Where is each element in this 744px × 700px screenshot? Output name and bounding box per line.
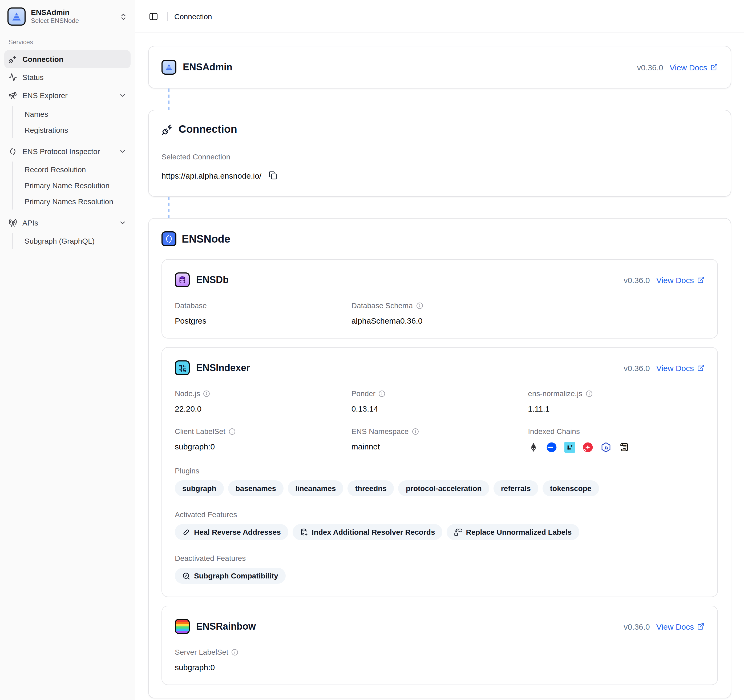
- ensadmin-version: v0.36.0: [637, 63, 663, 72]
- external-link-icon: [697, 276, 705, 284]
- sidebar-nav: Connection Status ENS Explorer Names Reg…: [4, 50, 131, 253]
- ponder-value: 0.13.14: [351, 404, 528, 413]
- sidebar-toggle-button[interactable]: [146, 9, 161, 24]
- client-labelset-value: subgraph:0: [175, 442, 351, 451]
- database-value: Postgres: [175, 316, 351, 325]
- ensrainbow-card-title: ENSRainbow: [196, 621, 256, 632]
- bandage-icon: [182, 528, 190, 536]
- selected-connection-label: Selected Connection: [161, 152, 718, 161]
- sidebar-item-connection[interactable]: Connection: [4, 50, 131, 68]
- ensrainbow-card: ENSRainbow v0.36.0 View Docs: [161, 606, 718, 685]
- info-icon[interactable]: [416, 302, 423, 309]
- sidebar-item-apis[interactable]: APIs: [4, 214, 131, 232]
- sidebar-item-registrations[interactable]: Registrations: [20, 122, 131, 138]
- ensindexer-view-docs-link[interactable]: View Docs: [656, 363, 705, 372]
- replace-icon: [454, 528, 462, 536]
- info-icon[interactable]: [203, 390, 210, 397]
- ens-explorer-subnav: Names Registrations: [12, 106, 131, 138]
- ponder-label: Ponder: [351, 389, 375, 398]
- sidebar-item-names[interactable]: Names: [20, 106, 131, 122]
- plugin-chip: referrals: [494, 480, 538, 496]
- ensdb-version: v0.36.0: [623, 276, 650, 284]
- topbar: Connection: [135, 0, 744, 33]
- plugin-chip: protocol-acceleration: [398, 480, 489, 496]
- ensrainbow-view-docs-link[interactable]: View Docs: [656, 622, 705, 631]
- activated-features-row: Heal Reverse AddressesIndex Additional R…: [175, 524, 705, 540]
- server-labelset-label: Server LabelSet: [175, 648, 228, 656]
- external-link-icon: [710, 63, 718, 71]
- connection-card: Connection Selected Connection https://a…: [148, 110, 731, 197]
- ensadmin-view-docs-link[interactable]: View Docs: [670, 63, 718, 72]
- plugins-label: Plugins: [175, 466, 705, 475]
- sidebar-item-record-resolution[interactable]: Record Resolution: [20, 162, 131, 177]
- chevron-down-icon: [119, 92, 126, 100]
- ensnode-selector[interactable]: ENSAdmin Select ENSNode: [4, 4, 131, 29]
- activity-icon: [9, 73, 17, 82]
- ens-namespace-label: ENS Namespace: [351, 427, 409, 436]
- external-link-icon: [697, 623, 705, 630]
- optimism-icon: [582, 442, 593, 453]
- info-icon[interactable]: [585, 390, 592, 397]
- ensindexer-card: ENSIndexer v0.36.0 View Docs: [161, 347, 718, 597]
- info-icon[interactable]: [379, 390, 385, 397]
- copy-icon: [268, 171, 277, 180]
- sidebar-item-primary-name-resolution[interactable]: Primary Name Resolution: [20, 177, 131, 194]
- ens-normalize-label: ens-normalize.js: [528, 389, 582, 398]
- ensadmin-logo-icon: [7, 7, 25, 25]
- info-icon[interactable]: [412, 428, 419, 435]
- chevron-down-icon: [119, 219, 126, 226]
- copy-url-button[interactable]: [267, 170, 278, 181]
- scroll-icon: [619, 442, 629, 453]
- connector-line: [168, 88, 731, 110]
- sidebar-item-ens-explorer[interactable]: ENS Explorer: [4, 86, 131, 105]
- app-title: ENSAdmin: [31, 8, 70, 16]
- ensindexer-card-title: ENSIndexer: [196, 362, 250, 374]
- feature-chip: Heal Reverse Addresses: [175, 524, 288, 540]
- external-link-icon: [697, 364, 705, 372]
- ensnode-logo-icon: [161, 231, 176, 246]
- plugin-chip: subgraph: [175, 480, 224, 496]
- base-icon: [546, 442, 557, 453]
- linea-icon: [564, 442, 575, 453]
- nodejs-value: 22.20.0: [175, 404, 351, 413]
- ensindexer-version: v0.36.0: [623, 363, 650, 372]
- ensadmin-card-title: ENSAdmin: [183, 61, 232, 73]
- info-icon[interactable]: [232, 649, 238, 655]
- ens-normalize-value: 1.11.1: [528, 404, 705, 413]
- sidebar-item-primary-names-resolution[interactable]: Primary Names Resolution: [20, 194, 131, 210]
- database-schema-label: Database Schema: [351, 301, 413, 310]
- sidebar: ENSAdmin Select ENSNode Services Connect…: [0, 0, 135, 700]
- chevron-down-icon: [119, 147, 126, 155]
- plug-zap-icon: [161, 124, 173, 135]
- database-plus-icon: [300, 528, 308, 536]
- server-labelset-value: subgraph:0: [175, 663, 351, 672]
- ensdb-card: ENSDb v0.36.0 View Docs Da: [161, 259, 718, 338]
- connection-url: https://api.alpha.ensnode.io/: [161, 171, 262, 180]
- ensadmin-card: ENSAdmin v0.36.0 View Docs: [148, 46, 731, 88]
- arbitrum-icon: [600, 442, 611, 453]
- ethereum-icon: [528, 442, 539, 453]
- feature-chip: Subgraph Compatibility: [175, 568, 286, 584]
- panel-left-icon: [149, 12, 158, 21]
- ensrainbow-version: v0.36.0: [623, 622, 650, 631]
- ensadmin-app: ENSAdmin Select ENSNode Services Connect…: [0, 0, 744, 700]
- main-area: Connection ENSAdmin v0.36.0 View Docs: [135, 0, 744, 700]
- ensdb-view-docs-link[interactable]: View Docs: [656, 276, 705, 284]
- telescope-icon: [9, 91, 17, 100]
- breadcrumb: Connection: [174, 12, 212, 21]
- sidebar-item-subgraph-graphql[interactable]: Subgraph (GraphQL): [20, 233, 131, 249]
- ensadmin-logo-icon: [161, 60, 176, 74]
- sidebar-item-status[interactable]: Status: [4, 68, 131, 86]
- sidebar-item-ens-protocol-inspector[interactable]: ENS Protocol Inspector: [4, 142, 131, 160]
- sidebar-group-label: Services: [4, 29, 131, 50]
- indexed-chains-label: Indexed Chains: [528, 427, 705, 436]
- ensindexer-logo-icon: [175, 360, 190, 375]
- activated-features-label: Activated Features: [175, 510, 705, 519]
- app-subtitle: Select ENSNode: [31, 17, 114, 25]
- info-icon[interactable]: [229, 428, 235, 435]
- chevrons-up-down-icon: [119, 12, 127, 21]
- feature-chip: Index Additional Resolver Records: [293, 524, 443, 540]
- deactivated-features-row: Subgraph Compatibility: [175, 568, 705, 584]
- feature-chip: Replace Unnormalized Labels: [447, 524, 579, 540]
- indexed-chains-row: [528, 442, 705, 453]
